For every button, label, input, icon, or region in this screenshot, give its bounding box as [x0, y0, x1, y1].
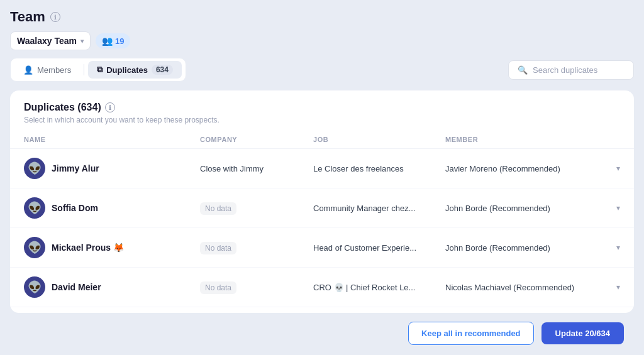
table-row-partial: 👽 No data — [10, 307, 634, 313]
chevron-down-icon: ▾ — [80, 38, 84, 45]
member-name: John Borde (Recommended) — [445, 243, 550, 253]
member-cell[interactable]: Javier Moreno (Recommended) ▾ — [445, 164, 620, 173]
card-title: Duplicates (634) ℹ — [24, 102, 620, 113]
duplicates-tab-icon: ⧉ — [97, 65, 103, 75]
company-cell: Close with Jimmy — [200, 163, 313, 173]
member-count: 19 — [115, 36, 124, 46]
duplicates-count: 634 — [152, 65, 173, 75]
duplicates-tab-label: Duplicates — [106, 65, 148, 75]
no-data-badge: No data — [200, 202, 236, 215]
no-data-badge: No data — [200, 281, 236, 294]
table-row: 👽 Mickael Prous 🦊 No data Head of Custom… — [10, 228, 634, 268]
job-cell: CRO 💀 | Chief Rocket Le... — [313, 283, 445, 292]
job-cell: Le Closer des freelances — [313, 164, 445, 173]
avatar: 👽 — [24, 237, 45, 258]
member-cell[interactable]: John Borde (Recommended) ▾ — [445, 243, 620, 253]
members-tab-icon: 👤 — [23, 65, 33, 75]
search-box[interactable]: 🔍 Search duplicates — [508, 60, 634, 80]
prospect-cell: 👽 Jimmy Alur — [24, 158, 200, 179]
no-data-badge: No data — [200, 242, 236, 254]
table-body: 👽 Jimmy Alur Close with Jimmy Le Closer … — [10, 149, 634, 313]
prospect-name: Soffia Dom — [52, 203, 98, 213]
page-info-icon[interactable]: ℹ — [50, 12, 60, 22]
company-cell: No data — [200, 203, 313, 213]
team-selector-label: Waalaxy Team — [17, 36, 77, 46]
table-container: NAME COMPANY JOB MEMBER 👽 Jimmy Alur Clo… — [10, 131, 634, 313]
keep-all-button[interactable]: Keep all in recommended — [408, 322, 534, 345]
table-row: 👽 David Meier No data CRO 💀 | Chief Rock… — [10, 268, 634, 307]
tabs-container: 👤 Members ⧉ Duplicates 634 — [10, 58, 186, 82]
col-company: COMPANY — [200, 136, 313, 143]
company-cell: No data — [200, 243, 313, 253]
table-row: 👽 Soffia Dom No data Community Manager c… — [10, 188, 634, 228]
prospect-cell: 👽 David Meier — [24, 276, 200, 298]
footer-actions: Keep all in recommended Update 20/634 — [10, 313, 634, 345]
tab-divider — [84, 64, 84, 75]
main-card: Duplicates (634) ℹ Select in which accou… — [10, 90, 634, 313]
chevron-down-icon[interactable]: ▾ — [616, 164, 620, 173]
avatar: 👽 — [24, 197, 45, 219]
chevron-down-icon[interactable]: ▾ — [616, 204, 620, 212]
tabs-row: 👤 Members ⧉ Duplicates 634 🔍 Search dupl… — [10, 58, 634, 82]
search-icon: 🔍 — [518, 65, 528, 75]
members-icon: 👥 — [102, 36, 113, 46]
card-subtitle: Select in which account you want to keep… — [24, 116, 620, 124]
chevron-down-icon[interactable]: ▾ — [616, 283, 620, 292]
avatar: 👽 — [24, 158, 45, 179]
tab-duplicates[interactable]: ⧉ Duplicates 634 — [88, 61, 182, 79]
tab-members[interactable]: 👤 Members — [14, 62, 80, 79]
member-cell[interactable]: John Borde (Recommended) ▾ — [445, 204, 620, 213]
member-cell[interactable]: Nicolas Machiavel (Recommended) ▾ — [445, 283, 620, 292]
team-selector[interactable]: Waalaxy Team ▾ — [10, 31, 91, 50]
member-name: Javier Moreno (Recommended) — [445, 164, 560, 173]
team-row: Waalaxy Team ▾ 👥 19 — [10, 31, 634, 50]
company-name: Close with Jimmy — [200, 164, 264, 173]
col-job: JOB — [313, 136, 445, 143]
member-badge: 👥 19 — [96, 33, 130, 48]
job-cell: Community Manager chez... — [313, 204, 445, 213]
table-header: NAME COMPANY JOB MEMBER — [10, 131, 634, 149]
page-title: Team — [10, 9, 45, 25]
company-cell: No data — [200, 282, 313, 292]
col-member: MEMBER — [445, 136, 620, 143]
card-title-text: Duplicates (634) — [24, 102, 101, 113]
card-info-icon[interactable]: ℹ — [105, 102, 115, 112]
col-name: NAME — [24, 136, 200, 143]
chevron-down-icon[interactable]: ▾ — [616, 243, 620, 252]
member-name: Nicolas Machiavel (Recommended) — [445, 283, 574, 292]
table-row: 👽 Jimmy Alur Close with Jimmy Le Closer … — [10, 149, 634, 188]
card-header: Duplicates (634) ℹ Select in which accou… — [10, 90, 634, 131]
prospect-name: Mickael Prous 🦊 — [52, 243, 124, 253]
members-tab-label: Members — [37, 65, 71, 75]
member-name: John Borde (Recommended) — [445, 204, 550, 213]
search-placeholder: Search duplicates — [533, 65, 597, 75]
prospect-name: Jimmy Alur — [52, 163, 99, 173]
prospect-name: David Meier — [52, 282, 101, 292]
update-button[interactable]: Update 20/634 — [541, 322, 624, 344]
job-cell: Head of Customer Experie... — [313, 243, 445, 253]
prospect-cell: 👽 Mickael Prous 🦊 — [24, 237, 200, 258]
prospect-cell: 👽 Soffia Dom — [24, 197, 200, 219]
avatar: 👽 — [24, 276, 45, 298]
